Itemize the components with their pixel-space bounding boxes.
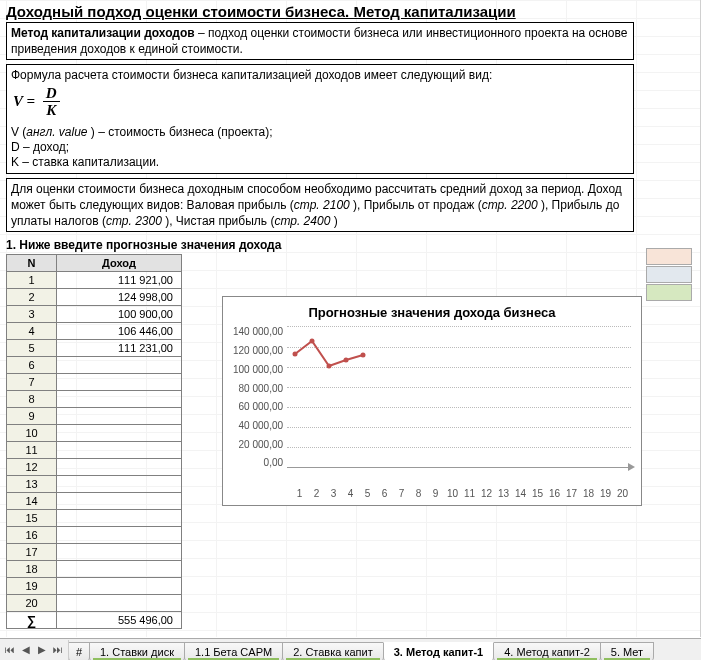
formula: V = D K [11,83,62,124]
formula-num: D [43,86,60,102]
swatch [646,248,692,265]
table-row: 17 [7,544,182,561]
formula-den: K [43,102,60,119]
chart-plot-area [287,326,631,468]
color-legend [646,248,692,302]
table-row: 5111 231,00 [7,340,182,357]
tab-nav-last[interactable]: ⏭ [50,640,66,660]
tab-5-met[interactable]: 5. Мет [600,642,654,661]
tab-hash[interactable]: # [69,642,90,661]
table-row: 4106 446,00 [7,323,182,340]
table-row: 9 [7,408,182,425]
formula-box: Формула расчета стоимости бизнеса капита… [6,64,634,174]
intro-bold: Метод капитализации доходов [11,26,195,40]
table-row: 10 [7,425,182,442]
tab-metod-kapit-2[interactable]: 4. Метод капит-2 [493,642,601,661]
table-row: 16 [7,527,182,544]
tab-nav-next[interactable]: ▶ [34,640,50,660]
table-row: 3100 900,00 [7,306,182,323]
desc-k: K – ставка капитализации. [11,155,629,169]
table-row: 15 [7,510,182,527]
desc-v: V (англ. value ) – стоимость бизнеса (пр… [11,125,629,139]
formula-v: V = [13,93,35,109]
desc-d: D – доход; [11,140,629,154]
table-row: 1111 921,00 [7,272,182,289]
note-box: Для оценки стоимости бизнеса доходным сп… [6,178,634,233]
tab-stavka-kapit[interactable]: 2. Ставка капит [282,642,384,661]
formula-intro: Формула расчета стоимости бизнеса капита… [11,68,629,82]
svg-point-1 [310,339,315,344]
table-row: 6 [7,357,182,374]
tab-metod-kapit-1[interactable]: 3. Метод капит-1 [383,642,494,661]
col-income-header[interactable]: Доход [57,255,182,272]
sum-value: 555 496,00 [57,612,182,629]
table-row: 13 [7,476,182,493]
tab-stavki-disk[interactable]: 1. Ставки диск [89,642,185,661]
table-row: 12 [7,459,182,476]
income-table[interactable]: N Доход 1111 921,00 2124 998,00 3100 900… [6,254,182,629]
table-row: 18 [7,561,182,578]
swatch [646,284,692,301]
table-row: 8 [7,391,182,408]
table-row: 19 [7,578,182,595]
svg-point-4 [361,353,366,358]
svg-point-0 [293,352,298,357]
intro-box: Метод капитализации доходов – подход оце… [6,22,634,60]
table-row: 2124 998,00 [7,289,182,306]
col-n-header[interactable]: N [7,255,57,272]
chart-yaxis: 140 000,00 120 000,00 100 000,00 80 000,… [233,326,287,468]
chart-title: Прогнозные значения дохода бизнеса [233,305,631,320]
table-row: 14 [7,493,182,510]
chart[interactable]: Прогнозные значения дохода бизнеса 140 0… [222,296,642,506]
table-row: 7 [7,374,182,391]
sheet-tab-strip[interactable]: ⏮ ◀ ▶ ⏭ # 1. Ставки диск 1.1 Бета CAPM 2… [0,638,701,660]
page-title: Доходный подход оценки стоимости бизнеса… [6,3,694,20]
svg-point-3 [344,358,349,363]
section-1-label: 1. Ниже введите прогнозные значения дохо… [6,238,694,252]
chart-xaxis: 1234567891011121314151617181920 [291,486,631,499]
swatch [646,266,692,283]
chart-line-series [287,326,627,468]
tab-nav-prev[interactable]: ◀ [18,640,34,660]
tab-nav-first[interactable]: ⏮ [2,640,18,660]
table-sum-row: ∑ 555 496,00 [7,612,182,629]
svg-point-2 [327,364,332,369]
table-row: 11 [7,442,182,459]
arrow-right-icon [628,463,635,471]
sum-label: ∑ [7,612,57,629]
tab-beta-capm[interactable]: 1.1 Бета CAPM [184,642,283,661]
table-row: 20 [7,595,182,612]
